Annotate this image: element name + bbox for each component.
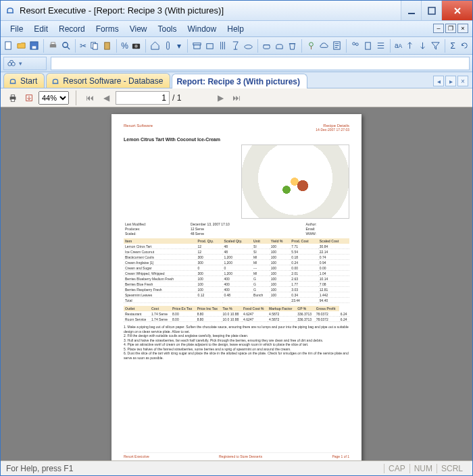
svg-rect-2 (5, 42, 11, 49)
report-header-left: Resort Software (124, 124, 153, 128)
cake-icon[interactable] (274, 39, 284, 53)
last-page-icon[interactable]: ⏭ (230, 91, 243, 105)
svg-point-24 (8, 62, 11, 65)
percent-icon[interactable]: % (121, 39, 128, 53)
plate-icon[interactable] (243, 39, 253, 53)
open-icon[interactable] (16, 39, 26, 53)
menu-help[interactable]: Help (222, 23, 249, 35)
tab-label: Resort Software - Database (63, 76, 163, 86)
search-toolbar: ▾ (1, 55, 472, 72)
menu-file[interactable]: File (5, 23, 28, 35)
maximize-button[interactable] (421, 1, 441, 20)
tab-start[interactable]: Start (3, 73, 45, 88)
close-button[interactable] (441, 1, 472, 20)
menu-view[interactable]: View (124, 23, 153, 35)
menu-record[interactable]: Record (53, 23, 91, 35)
svg-point-12 (134, 45, 138, 48)
cut-icon[interactable]: ✂ (79, 39, 86, 53)
svg-point-17 (244, 45, 251, 49)
export-icon[interactable] (22, 91, 36, 105)
svg-rect-6 (51, 43, 55, 45)
svg-rect-27 (11, 95, 14, 97)
outlet-table: OutletCostPrice Ex TaxPrice Inc TaxTax %… (124, 306, 349, 322)
preview-icon[interactable] (61, 39, 71, 53)
tab-report[interactable]: Report: Recipe 3 (With pictures) (172, 74, 307, 88)
svg-point-19 (309, 43, 313, 47)
zoom-select[interactable]: 44% (39, 91, 69, 105)
tab-prev-icon[interactable]: ◂ (433, 76, 444, 86)
menu-tools[interactable]: Tools (153, 23, 182, 35)
menu-window[interactable]: Window (182, 23, 222, 35)
tab-label: Start (20, 76, 37, 86)
people-icon[interactable] (350, 39, 360, 53)
menu-edit[interactable]: Edit (28, 23, 53, 35)
status-bar: For Help, press F1 CAP NUM SCRL (1, 460, 472, 475)
next-page-icon[interactable]: ▶ (214, 91, 227, 105)
svg-point-21 (353, 43, 355, 45)
print-icon[interactable] (48, 39, 58, 53)
new-icon[interactable] (3, 39, 14, 53)
svg-rect-1 (428, 7, 435, 14)
tree-icon[interactable] (306, 39, 316, 53)
menu-forms[interactable]: Forms (91, 23, 124, 35)
hat-icon (51, 76, 60, 86)
prev-page-icon[interactable]: ◀ (99, 91, 113, 105)
report-footer-mid: Registered to Store Desserts (219, 454, 262, 458)
svg-rect-9 (93, 44, 98, 49)
svg-rect-10 (105, 43, 110, 49)
note-icon[interactable] (332, 39, 342, 53)
svg-rect-15 (193, 45, 199, 49)
mdi-close[interactable]: × (457, 24, 468, 33)
app-icon (5, 5, 16, 16)
menu-bar: File Edit Record Forms View Tools Window… (1, 21, 472, 37)
filter-icon[interactable] (430, 39, 441, 53)
refresh-icon[interactable] (459, 39, 470, 53)
report-footer-right: Page 1 of 1 (332, 454, 349, 458)
minimize-button[interactable] (401, 1, 421, 20)
scrl-indicator: SCRL (437, 464, 467, 473)
binoculars-icon[interactable]: ▾ (3, 57, 47, 70)
mdi-minimize[interactable]: – (433, 24, 444, 33)
page-number-input[interactable] (116, 91, 170, 105)
svg-rect-28 (11, 99, 14, 101)
building-icon[interactable] (363, 39, 373, 53)
sort-desc-icon[interactable] (418, 39, 428, 53)
svg-rect-23 (366, 43, 371, 49)
pot-icon[interactable] (262, 39, 272, 53)
print-icon[interactable] (6, 91, 20, 105)
tab-bar: Start Resort Software - Database Report:… (1, 72, 472, 88)
glass-icon[interactable] (230, 39, 241, 53)
box-icon[interactable] (205, 39, 215, 53)
tab-database[interactable]: Resort Software - Database (46, 73, 170, 88)
font-size-icon[interactable]: aA (395, 39, 402, 53)
svg-point-25 (11, 62, 15, 65)
copy-icon[interactable] (89, 39, 99, 53)
camera-icon[interactable] (131, 39, 141, 53)
bottle-icon[interactable] (163, 39, 173, 53)
report-page: Resort Software Recipe Details 14-Dec-20… (111, 114, 362, 460)
tab-close-icon[interactable]: × (457, 76, 468, 86)
svg-point-7 (62, 43, 68, 48)
report-footer-left: Resort Executive (124, 454, 149, 458)
report-meta: Last Modified:December 13, 2007 17:10Aut… (124, 221, 349, 236)
list-icon[interactable] (376, 39, 386, 53)
search-input[interactable] (51, 57, 470, 70)
cutlery-icon[interactable] (218, 39, 228, 53)
report-toolbar: 44% ⏮ ◀ / 1 ▶ ⏭ (1, 88, 472, 107)
dropdown-icon[interactable]: ▾ (176, 39, 183, 53)
archive-icon[interactable] (192, 39, 202, 53)
status-message: For Help, press F1 (6, 464, 384, 473)
mdi-restore[interactable]: ❐ (445, 24, 456, 33)
report-viewport[interactable]: Resort Software Recipe Details 14-Dec-20… (1, 107, 472, 460)
tab-next-icon[interactable]: ▸ (445, 76, 456, 86)
cloud-icon[interactable] (319, 39, 329, 53)
first-page-icon[interactable]: ⏮ (83, 91, 97, 105)
svg-rect-16 (206, 44, 212, 49)
svg-rect-18 (264, 45, 270, 49)
save-icon[interactable] (29, 39, 39, 53)
sort-asc-icon[interactable] (405, 39, 415, 53)
sum-icon[interactable]: Σ (449, 39, 457, 53)
home-icon[interactable] (150, 39, 160, 53)
paste-icon[interactable] (102, 39, 112, 53)
trash-icon[interactable] (287, 39, 297, 53)
